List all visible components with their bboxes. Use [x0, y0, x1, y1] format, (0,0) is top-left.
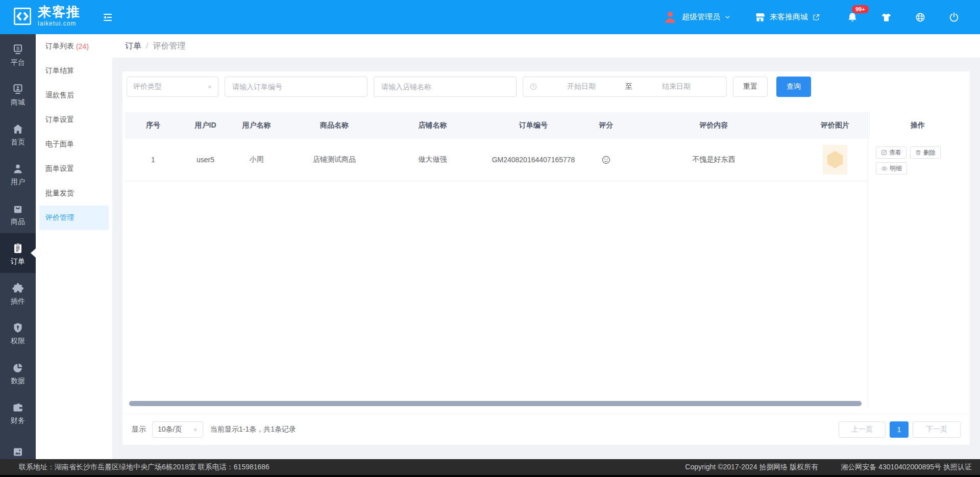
- filter-bar: 评价类型 ∨ 开始日期 至 结束日期 重置 查询: [122, 71, 970, 97]
- user-icon: [12, 163, 24, 175]
- cell-rating: [587, 139, 625, 181]
- breadcrumb-separator: /: [146, 41, 148, 51]
- shop-name-input[interactable]: [374, 77, 517, 97]
- thumbnail-shape: [827, 151, 843, 168]
- page-footer: 联系地址：湖南省长沙市岳麓区绿地中央广场6栋2018室 联系电话：6159816…: [0, 459, 980, 475]
- submenu-refund-aftersale[interactable]: 退款售后: [39, 83, 109, 108]
- start-date-placeholder: 开始日期: [537, 82, 625, 91]
- svg-text:S: S: [16, 46, 19, 51]
- scrollbar-thumb[interactable]: [129, 401, 862, 406]
- footer-filing: 湘公网安备 43010402000895号 执照认证: [841, 463, 972, 472]
- cell-order-no: GM240820164407165778: [480, 139, 587, 181]
- rail-item-user[interactable]: 用户: [0, 154, 36, 193]
- home-icon: [12, 123, 24, 135]
- prev-page-button[interactable]: 上一页: [839, 421, 886, 438]
- rail-item-plugins[interactable]: 插件: [0, 273, 36, 313]
- notifications-button[interactable]: 99+: [847, 11, 858, 23]
- detail-button[interactable]: 明细: [876, 162, 907, 174]
- power-icon[interactable]: [948, 12, 960, 23]
- rail-item-platform[interactable]: S 平台: [0, 34, 36, 74]
- edit-square-icon: [881, 149, 887, 156]
- rail-item-home[interactable]: 首页: [0, 114, 36, 154]
- pagination-bar: 显示 10条/页 ∨ 当前显示1-1条，共1条记录 上一页 1 下一页: [122, 413, 970, 445]
- mall-link-label: 来客推商城: [770, 12, 808, 22]
- date-range-picker[interactable]: 开始日期 至 结束日期: [523, 77, 727, 97]
- tshirt-icon[interactable]: [880, 12, 892, 23]
- view-button[interactable]: 查看: [876, 146, 906, 159]
- review-type-select[interactable]: 评价类型 ∨: [127, 77, 218, 97]
- review-thumbnail[interactable]: [823, 145, 847, 174]
- current-page-button[interactable]: 1: [890, 421, 909, 438]
- table-header-actions: 操作: [869, 112, 966, 139]
- storefront-icon: [754, 12, 766, 23]
- footer-contact: 联系地址：湖南省长沙市岳麓区绿地中央广场6栋2018室 联系电话：6159816…: [19, 463, 270, 472]
- rail-item-orders[interactable]: 订单: [0, 233, 36, 273]
- picture-icon: [12, 446, 24, 458]
- trash-icon: [915, 149, 921, 156]
- page-size-select[interactable]: 10条/页 ∨: [152, 421, 203, 438]
- table-header-row: 序号 用户ID 用户名称 商品名称 店铺名称 订单编号 评分 评价内容 评价图片: [125, 112, 868, 139]
- app-title: 来客推: [38, 5, 81, 18]
- rail-item-permissions[interactable]: 权限: [0, 313, 36, 353]
- rail-item-mall[interactable]: 商城: [0, 74, 36, 114]
- breadcrumb: 订单 / 评价管理: [112, 34, 980, 58]
- end-date-placeholder: 结束日期: [632, 82, 720, 91]
- review-management-card: 评价类型 ∨ 开始日期 至 结束日期 重置 查询 序号 用户ID 用户名称: [122, 71, 970, 445]
- next-page-button[interactable]: 下一页: [913, 421, 961, 438]
- mall-card-icon: [12, 83, 24, 95]
- search-button[interactable]: 查询: [776, 77, 811, 97]
- fixed-column-divider: [868, 112, 868, 407]
- reset-button[interactable]: 重置: [733, 77, 768, 97]
- reviews-table: 序号 用户ID 用户名称 商品名称 店铺名称 订单编号 评分 评价内容 评价图片…: [125, 112, 966, 407]
- globe-icon[interactable]: [915, 12, 926, 23]
- submenu-waybill-settings[interactable]: 面单设置: [39, 157, 109, 181]
- submenu-order-settlement[interactable]: 订单结算: [39, 59, 109, 83]
- rail-item-goods[interactable]: 商品: [0, 193, 36, 233]
- table-row: 1 user5 小周 店铺测试商品 做大做强 GM240820164407165…: [125, 139, 868, 181]
- rail-item-finance[interactable]: 财务: [0, 392, 36, 432]
- order-list-count: (24): [76, 42, 89, 51]
- row-actions: 查看 删除 明细: [869, 139, 966, 181]
- app-subtitle: laiketui.com: [38, 20, 81, 27]
- shopping-bag-icon: [12, 203, 24, 215]
- primary-nav-rail: S 平台 商城 首页 用户 商品 订单 插件 权限: [0, 34, 36, 459]
- bottom-strip: [0, 475, 980, 477]
- chevron-down-icon: [724, 14, 731, 20]
- submenu-order-settings[interactable]: 订单设置: [39, 108, 109, 132]
- menu-fold-icon[interactable]: [101, 11, 114, 23]
- cell-user-id: user5: [181, 139, 230, 181]
- current-user-name: 超级管理员: [682, 12, 720, 22]
- footer-copyright: Copyright ©2017-2024 拾捌网络 版权所有: [685, 463, 818, 472]
- cell-shop: 做大做强: [385, 139, 480, 181]
- chevron-down-icon: ∨: [207, 84, 212, 89]
- pagination-summary: 当前显示1-1条，共1条记录: [210, 425, 296, 434]
- cell-user-name: 小周: [230, 139, 283, 181]
- orders-submenu: 订单列表 (24) 订单结算 退款售后 订单设置 电子面单 面单设置 批量发货 …: [36, 34, 112, 459]
- rail-item-media[interactable]: [0, 432, 36, 459]
- submenu-order-list[interactable]: 订单列表 (24): [39, 34, 109, 59]
- mall-link[interactable]: 来客推商城: [754, 12, 820, 23]
- submenu-review-management[interactable]: 评价管理: [39, 206, 109, 230]
- cell-index: 1: [125, 139, 181, 181]
- delete-button[interactable]: 删除: [910, 146, 941, 159]
- rail-item-data[interactable]: 数据: [0, 353, 36, 392]
- horizontal-scrollbar: [126, 401, 867, 406]
- breadcrumb-current: 评价管理: [153, 41, 185, 52]
- chevron-down-icon: ∨: [193, 426, 198, 432]
- platform-s-icon: S: [12, 43, 24, 56]
- pie-chart-icon: [12, 362, 24, 374]
- smiley-face-icon: [601, 155, 611, 165]
- topbar: 来客推 laiketui.com 超级管理员 来客推商城: [0, 0, 980, 34]
- date-range-separator: 至: [625, 82, 632, 91]
- breadcrumb-section[interactable]: 订单: [125, 41, 141, 52]
- submenu-e-waybill[interactable]: 电子面单: [39, 132, 109, 157]
- order-number-input[interactable]: [225, 77, 368, 97]
- notification-badge: 99+: [852, 5, 869, 13]
- app-logo: 来客推 laiketui.com: [12, 5, 81, 27]
- main-content: 订单 / 评价管理 评价类型 ∨ 开始日期 至 结束日期 重置 查询: [112, 34, 980, 459]
- puzzle-icon: [12, 282, 24, 294]
- external-link-icon: [812, 13, 820, 21]
- current-user-menu[interactable]: 超级管理员: [663, 9, 731, 26]
- user-avatar-icon: [663, 9, 678, 26]
- submenu-batch-shipping[interactable]: 批量发货: [39, 181, 109, 206]
